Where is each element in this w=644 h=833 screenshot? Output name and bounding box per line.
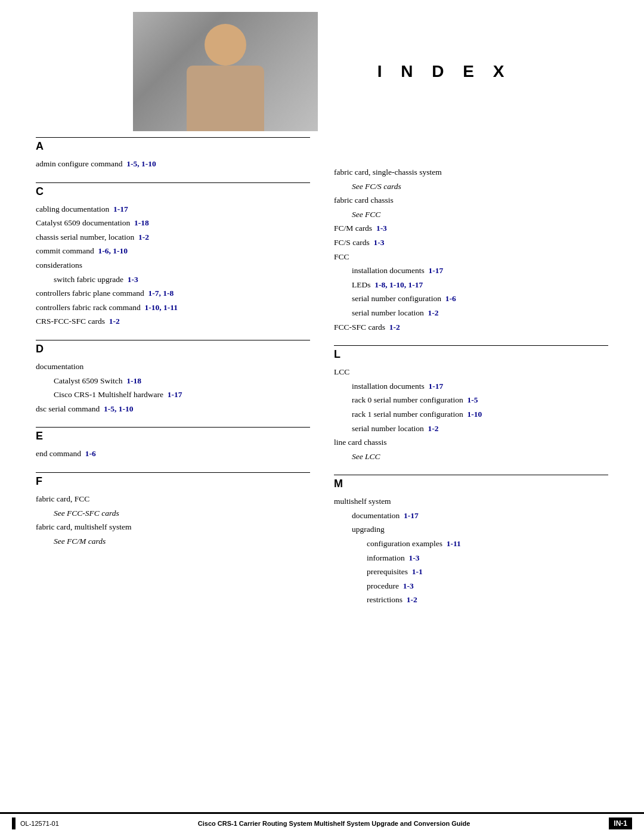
section-l: L LCC installation documents 1-17 rack 0… bbox=[334, 345, 608, 463]
entry-fabric-card-chassis: fabric card chassis bbox=[334, 194, 608, 207]
ref-crs-fcc-sfc[interactable]: 1-2 bbox=[109, 317, 120, 326]
ref-lcc-serial-number-location[interactable]: 1-2 bbox=[428, 424, 438, 433]
section-d: D documentation Catalyst 6509 Switch 1-1… bbox=[36, 340, 310, 415]
entry-cabling-doc: cabling documentation 1-17 bbox=[36, 203, 310, 216]
entry-fcc-serial-number-config: serial number configuration 1-6 bbox=[334, 292, 608, 305]
ref-procedure[interactable]: 1-3 bbox=[403, 581, 414, 590]
letter-f: F bbox=[36, 475, 310, 488]
entry-see-fcs-cards: See FC/S cards bbox=[334, 180, 608, 193]
entry-crs-fcc-sfc: CRS-FCC-SFC cards 1-2 bbox=[36, 315, 310, 328]
ref-lcc-rack1-serial[interactable]: 1-10 bbox=[467, 410, 482, 419]
entry-lcc: LCC bbox=[334, 366, 608, 379]
entry-end-command: end command 1-6 bbox=[36, 447, 310, 460]
entry-multishelf-system: multishelf system bbox=[334, 495, 608, 508]
ref-config-examples[interactable]: 1-11 bbox=[447, 539, 461, 548]
section-f: F fabric card, FCC See FCC-SFC cards fab… bbox=[36, 472, 310, 547]
entry-switch-fabric-upgrade: switch fabric upgrade 1-3 bbox=[36, 273, 310, 286]
ref-controllers-fabric-plane[interactable]: 1-7, 1-8 bbox=[148, 289, 174, 298]
ref-fcc-serial-number-config[interactable]: 1-6 bbox=[445, 294, 456, 303]
entry-lcc-serial-number-location: serial number location 1-2 bbox=[334, 422, 608, 435]
footer: OL-12571-01 Cisco CRS-1 Carrier Routing … bbox=[0, 812, 644, 833]
section-f-continued: fabric card, single-chassis system See F… bbox=[334, 166, 608, 333]
entry-fabric-card-fcc: fabric card, FCC bbox=[36, 493, 310, 506]
ref-chassis-serial[interactable]: 1-2 bbox=[138, 233, 149, 241]
entry-prerequisites: prerequisites 1-1 bbox=[334, 565, 608, 578]
section-m: M multishelf system documentation 1-17 u… bbox=[334, 475, 608, 606]
entry-controllers-fabric-plane: controllers fabric plane command 1-7, 1-… bbox=[36, 287, 310, 300]
entry-commit-command: commit command 1-6, 1-10 bbox=[36, 244, 310, 258]
ref-cisco-crs-multishelf[interactable]: 1-17 bbox=[168, 390, 182, 399]
ref-catalyst-6509-doc[interactable]: 1-18 bbox=[134, 218, 149, 227]
header-area: I N D E X bbox=[0, 0, 644, 137]
entry-lcc-rack1-serial: rack 1 serial number configuration 1-10 bbox=[334, 408, 608, 421]
divider-c bbox=[36, 182, 310, 183]
divider-a bbox=[36, 137, 310, 138]
footer-page: IN-1 bbox=[609, 817, 632, 829]
ref-admin-configure[interactable]: 1-5, 1-10 bbox=[126, 159, 156, 168]
ref-fcc-serial-number-location[interactable]: 1-2 bbox=[428, 308, 438, 317]
index-title: I N D E X bbox=[377, 62, 512, 81]
letter-e: E bbox=[36, 430, 310, 442]
entry-fcm-cards: FC/M cards 1-3 bbox=[334, 222, 608, 235]
entry-fabric-card-multishelf: fabric card, multishelf system bbox=[36, 521, 310, 534]
header-photo bbox=[133, 12, 318, 131]
entry-restrictions: restrictions 1-2 bbox=[334, 593, 608, 606]
entry-see-fcm-cards: See FC/M cards bbox=[36, 535, 310, 548]
footer-doc-id: OL-12571-01 bbox=[20, 820, 59, 827]
ref-end-command[interactable]: 1-6 bbox=[85, 449, 96, 458]
letter-c: C bbox=[36, 185, 310, 198]
entry-catalyst-6509-doc: Catalyst 6509 documentation 1-18 bbox=[36, 216, 310, 230]
entry-controllers-fabric-rack: controllers fabric rack command 1-10, 1-… bbox=[36, 301, 310, 314]
entry-see-fcc-sfc-cards: See FCC-SFC cards bbox=[36, 507, 310, 520]
page: I N D E X A admin configure command 1-5,… bbox=[0, 0, 644, 833]
content-area: A admin configure command 1-5, 1-10 C ca… bbox=[0, 137, 644, 618]
entry-dsc-serial-command: dsc serial command 1-5, 1-10 bbox=[36, 402, 310, 416]
entry-lcc-installation-docs: installation documents 1-17 bbox=[334, 380, 608, 393]
section-e: E end command 1-6 bbox=[36, 427, 310, 460]
entry-documentation: documentation bbox=[36, 360, 310, 373]
entry-fcc-sfc-cards: FCC-SFC cards 1-2 bbox=[334, 321, 608, 334]
ref-fcm-cards[interactable]: 1-3 bbox=[376, 224, 387, 233]
ref-fcc-leds[interactable]: 1-8, 1-10, 1-17 bbox=[374, 280, 423, 289]
entry-cisco-crs-multishelf: Cisco CRS-1 Multishelf hardware 1-17 bbox=[36, 388, 310, 401]
entry-fcc-serial-number-location: serial number location 1-2 bbox=[334, 306, 608, 320]
ref-dsc-serial-command[interactable]: 1-5, 1-10 bbox=[104, 404, 134, 413]
ref-lcc-rack0-serial[interactable]: 1-5 bbox=[467, 395, 478, 404]
entry-admin-configure: admin configure command 1-5, 1-10 bbox=[36, 157, 310, 171]
entry-fcc-installation-docs: installation documents 1-17 bbox=[334, 264, 608, 277]
ref-prerequisites[interactable]: 1-1 bbox=[412, 567, 423, 576]
entry-see-fcc: See FCC bbox=[334, 208, 608, 221]
footer-title: Cisco CRS-1 Carrier Routing System Multi… bbox=[59, 820, 609, 827]
right-column: fabric card, single-chassis system See F… bbox=[334, 137, 608, 618]
entry-see-lcc: See LCC bbox=[334, 450, 608, 463]
ref-lcc-installation-docs[interactable]: 1-17 bbox=[429, 382, 444, 391]
ref-multishelf-documentation[interactable]: 1-17 bbox=[404, 511, 419, 520]
divider-l bbox=[334, 345, 608, 346]
letter-l: L bbox=[334, 348, 608, 361]
ref-controllers-fabric-rack[interactable]: 1-10, 1-11 bbox=[145, 303, 178, 312]
footer-left: OL-12571-01 bbox=[12, 817, 59, 829]
entry-multishelf-documentation: documentation 1-17 bbox=[334, 509, 608, 522]
ref-catalyst-6509-switch[interactable]: 1-18 bbox=[126, 376, 141, 385]
divider-f bbox=[36, 472, 310, 473]
entry-procedure: procedure 1-3 bbox=[334, 580, 608, 593]
ref-switch-fabric-upgrade[interactable]: 1-3 bbox=[128, 275, 138, 284]
ref-cabling-doc[interactable]: 1-17 bbox=[113, 205, 128, 213]
letter-d: D bbox=[36, 343, 310, 355]
ref-restrictions[interactable]: 1-2 bbox=[407, 595, 417, 604]
ref-fcc-sfc-cards[interactable]: 1-2 bbox=[389, 323, 400, 332]
entry-fcs-cards: FC/S cards 1-3 bbox=[334, 236, 608, 249]
ref-fcs-cards[interactable]: 1-3 bbox=[373, 238, 384, 247]
ref-information[interactable]: 1-3 bbox=[409, 553, 420, 562]
entry-considerations: considerations bbox=[36, 259, 310, 272]
entry-upgrading: upgrading bbox=[334, 523, 608, 536]
entry-config-examples: configuration examples 1-11 bbox=[334, 537, 608, 550]
ref-commit-command[interactable]: 1-6, 1-10 bbox=[98, 246, 128, 255]
ref-fcc-installation-docs[interactable]: 1-17 bbox=[429, 266, 444, 275]
entry-catalyst-6509-switch: Catalyst 6509 Switch 1-18 bbox=[36, 374, 310, 388]
entry-fcc: FCC bbox=[334, 250, 608, 264]
letter-a: A bbox=[36, 140, 310, 153]
footer-bar bbox=[12, 817, 16, 829]
divider-d bbox=[36, 340, 310, 340]
entry-lcc-rack0-serial: rack 0 serial number configuration 1-5 bbox=[334, 394, 608, 407]
